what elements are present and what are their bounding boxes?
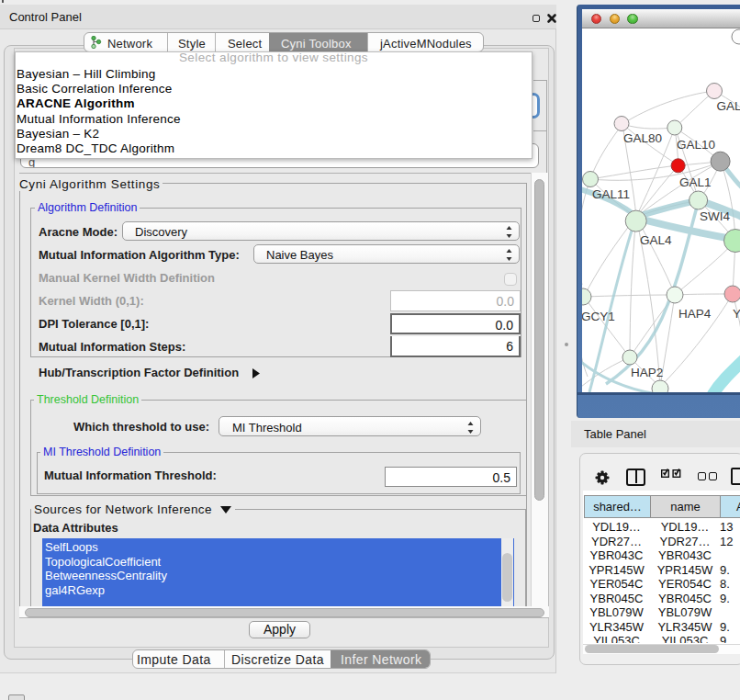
svg-text:HAP4: HAP4 [678, 307, 712, 321]
svg-text:YJ: YJ [733, 307, 740, 321]
svg-text:GCY1: GCY1 [582, 310, 615, 323]
svg-text:GAL10: GAL10 [677, 138, 715, 152]
svg-text:GAL7: GAL7 [717, 99, 740, 113]
svg-text:GAL4: GAL4 [640, 233, 672, 247]
svg-text:GAL11: GAL11 [592, 187, 630, 201]
svg-text:GAL1: GAL1 [679, 175, 712, 189]
svg-text:HAP2: HAP2 [631, 366, 663, 379]
svg-text:SWI4: SWI4 [700, 209, 730, 223]
svg-text:GAL80: GAL80 [623, 131, 662, 145]
